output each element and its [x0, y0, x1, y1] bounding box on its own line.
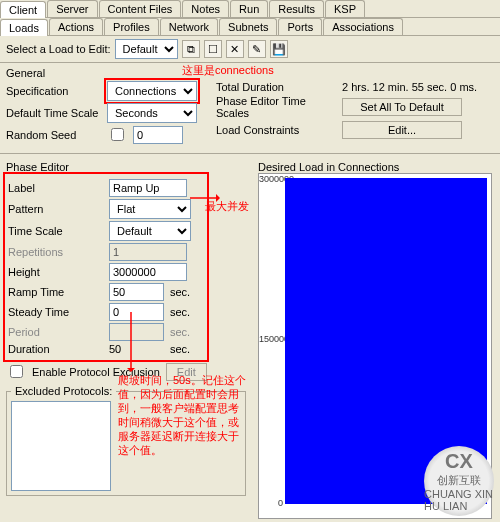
dur-l: Duration	[8, 343, 103, 355]
tab-loads[interactable]: Loads	[0, 19, 48, 36]
steady-unit: sec.	[170, 306, 190, 318]
tab-associations[interactable]: Associations	[323, 18, 403, 35]
new-icon[interactable]: ☐	[204, 40, 222, 58]
ytick-min: 0	[259, 498, 283, 508]
dur-unit: sec.	[170, 343, 190, 355]
dts-label: Default Time Scale	[6, 107, 101, 119]
excluded-list[interactable]	[11, 401, 111, 491]
tab-network[interactable]: Network	[160, 18, 218, 35]
ts-l: Time Scale	[8, 225, 103, 237]
pets-label: Phase Editor Time Scales	[216, 95, 336, 119]
repetitions-input	[109, 243, 187, 261]
period-unit: sec.	[170, 326, 190, 338]
tab-ksp[interactable]: KSP	[325, 0, 365, 17]
load-constraints-label: Load Constraints	[216, 124, 336, 136]
ytick-mid: 1500000	[259, 334, 283, 344]
tab-actions[interactable]: Actions	[49, 18, 103, 35]
tab-profiles[interactable]: Profiles	[104, 18, 159, 35]
ramp-l: Ramp Time	[8, 286, 103, 298]
tab-notes[interactable]: Notes	[182, 0, 229, 17]
edit-constraints-button[interactable]: Edit...	[342, 121, 462, 139]
save-icon[interactable]: 💾	[270, 40, 288, 58]
tab-results[interactable]: Results	[269, 0, 324, 17]
tab-ports[interactable]: Ports	[278, 18, 322, 35]
tab-run[interactable]: Run	[230, 0, 268, 17]
duration-value: 50	[109, 343, 164, 355]
random-seed-checkbox[interactable]	[111, 128, 124, 141]
chart-title: Desired Load in Connections	[258, 161, 494, 173]
load-profile-select[interactable]: Default	[115, 39, 178, 59]
excluded-legend: Excluded Protocols:	[11, 385, 116, 397]
annot-max: 最大并发	[205, 199, 249, 214]
phase-label-input[interactable]	[109, 179, 187, 197]
ramp-unit: sec.	[170, 286, 190, 298]
select-load-label: Select a Load to Edit:	[6, 43, 111, 55]
ramp-time-input[interactable]	[109, 283, 164, 301]
specification-select[interactable]: Connections	[107, 81, 197, 101]
period-l: Period	[8, 326, 103, 338]
spec-label: Specification	[6, 85, 101, 97]
enable-protocol-exclusion-checkbox[interactable]	[10, 365, 23, 378]
steady-time-input[interactable]	[109, 303, 164, 321]
annot-ramp: 爬坡时间，50s。记住这个值，因为后面配置时会用到，一般客户端配置思考时间稍微大…	[118, 373, 248, 457]
steady-l: Steady Time	[8, 306, 103, 318]
annot-connections: 这里是connections	[182, 63, 274, 78]
pattern-l: Pattern	[8, 203, 103, 215]
ytick-max: 3000000	[259, 174, 283, 184]
set-all-default-button[interactable]: Set All To Default	[342, 98, 462, 116]
tab-server[interactable]: Server	[47, 0, 97, 17]
tabs-secondary: Loads Actions Profiles Network Subnets P…	[0, 18, 500, 36]
random-seed-input[interactable]	[133, 126, 183, 144]
tabs-primary: Client Server Content Files Notes Run Re…	[0, 0, 500, 18]
phase-editor-heading: Phase Editor	[6, 161, 246, 173]
total-duration-value: 2 hrs. 12 min. 55 sec. 0 ms.	[342, 81, 477, 93]
rename-icon[interactable]: ✎	[248, 40, 266, 58]
pattern-select[interactable]: Flat	[109, 199, 191, 219]
tab-content-files[interactable]: Content Files	[99, 0, 182, 17]
tab-client[interactable]: Client	[0, 1, 46, 18]
rep-l: Repetitions	[8, 246, 103, 258]
period-input	[109, 323, 164, 341]
height-l: Height	[8, 266, 103, 278]
delete-icon[interactable]: ✕	[226, 40, 244, 58]
total-duration-label: Total Duration	[216, 81, 336, 93]
tab-subnets[interactable]: Subnets	[219, 18, 277, 35]
default-time-scale-select[interactable]: Seconds	[107, 103, 197, 123]
seed-label: Random Seed	[6, 129, 101, 141]
copy-icon[interactable]: ⧉	[182, 40, 200, 58]
watermark-logo: CX 创新互联 CHUANG XIN HU LIAN	[424, 446, 494, 516]
toolbar: Select a Load to Edit: Default ⧉ ☐ ✕ ✎ 💾	[0, 36, 500, 63]
time-scale-select[interactable]: Default	[109, 221, 191, 241]
height-input[interactable]	[109, 263, 187, 281]
label-l: Label	[8, 182, 103, 194]
